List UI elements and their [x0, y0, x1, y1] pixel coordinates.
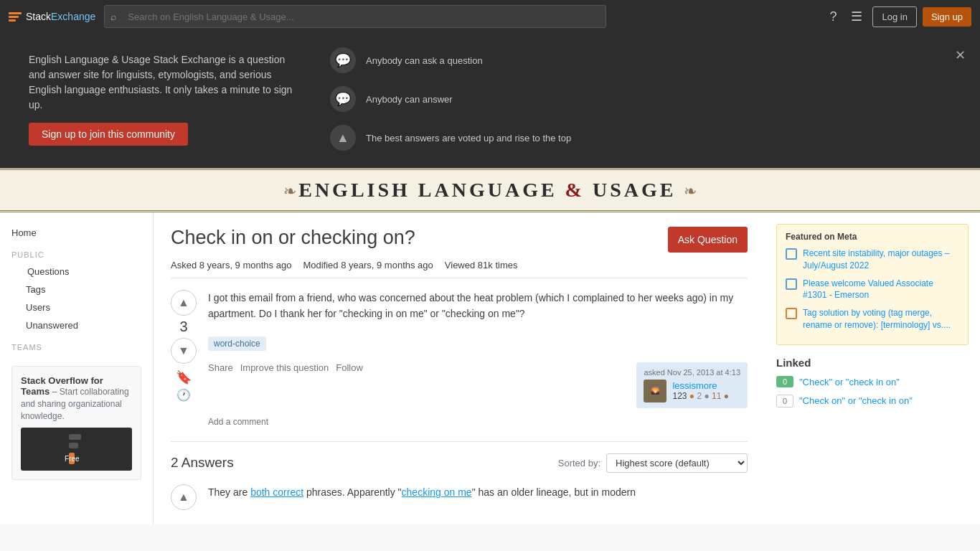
- teams-box-content: Stack Overflow for Teams – Start collabo…: [21, 375, 132, 422]
- linked-score-1: 0: [776, 376, 793, 387]
- left-decorator: ❧: [283, 182, 296, 200]
- banner-features: 💬 Anybody can ask a question 💬 Anybody c…: [330, 47, 571, 151]
- sort-select[interactable]: Highest score (default) Date modified (n…: [606, 453, 748, 473]
- answer-icon: 💬: [330, 86, 356, 112]
- featured-meta-item-3: Tag solution by voting (tag merge, renam…: [786, 307, 959, 331]
- modified-label-text: Modified: [303, 260, 338, 270]
- bookmark-button[interactable]: 🔖: [176, 369, 192, 385]
- linked-score-2: 0: [776, 395, 793, 408]
- modified-label: Modified 8 years, 9 months ago: [303, 260, 433, 270]
- user-card: asked Nov 25, 2013 at 4:13 🌄 lessismore …: [636, 362, 748, 408]
- logo-stack: Stack: [26, 11, 51, 22]
- sidebar-item-home[interactable]: Home: [0, 224, 153, 242]
- meta-icon-3: [786, 308, 797, 319]
- history-button[interactable]: 🕐: [176, 388, 191, 402]
- question-actions: Share Improve this question Follow asked…: [208, 362, 748, 408]
- sidebar: Home PUBLIC Questions Tags Users Unanswe…: [0, 212, 154, 524]
- sidebar-item-users[interactable]: Users: [0, 298, 153, 316]
- banner-feature-1: 💬 Anybody can ask a question: [330, 47, 571, 73]
- feature-3-text: The best answers are voted up and rise t…: [366, 133, 571, 143]
- answer-section: ▲ They are both correct phrases. Apparen…: [171, 484, 748, 510]
- banner-signup-button[interactable]: Sign up to join this community: [29, 123, 188, 146]
- question-content: I got this email from a friend, who was …: [208, 290, 748, 430]
- linked-box: Linked 0 "Check" or "check in on" 0 "Che…: [776, 357, 969, 408]
- signup-banner: English Language & Usage Stack Exchange …: [0, 33, 980, 168]
- featured-meta-link-2[interactable]: Please welcome Valued Associate #1301 - …: [803, 278, 959, 302]
- user-rep: 123: [672, 391, 687, 401]
- right-decorator: ❧: [684, 182, 697, 200]
- answer-content: They are both correct phrases. Apparentl…: [208, 484, 748, 510]
- sort-select-area: Sorted by: Highest score (default) Date …: [558, 453, 748, 473]
- ask-question-icon: 💬: [330, 47, 356, 73]
- follow-link[interactable]: Follow: [336, 362, 363, 373]
- sidebar-section-public: PUBLIC: [0, 242, 153, 262]
- silver-badge-icon: ●: [704, 391, 709, 401]
- question-header: Check in on or checking on? Ask Question: [171, 227, 748, 253]
- ask-question-button[interactable]: Ask Question: [668, 227, 748, 253]
- login-button[interactable]: Log in: [872, 6, 916, 27]
- vote-count: 3: [179, 319, 187, 335]
- linked-item-2: 0 "Check on" or "check in on": [776, 395, 969, 408]
- both-correct-link[interactable]: both correct: [250, 486, 303, 498]
- help-icon[interactable]: ?: [825, 6, 841, 27]
- sidebar-section-teams: TEAMS: [0, 334, 153, 354]
- vote-icon: ▲: [330, 125, 356, 151]
- asked-value: 8 years, 9 months ago: [199, 260, 292, 270]
- sidebar-item-questions[interactable]: Questions: [0, 262, 153, 281]
- answers-count: 2 Answers: [171, 455, 234, 471]
- main-layout: Home PUBLIC Questions Tags Users Unanswe…: [0, 212, 980, 524]
- asked-label: Asked 8 years, 9 months ago: [171, 260, 291, 270]
- upvote-button[interactable]: ▲: [171, 290, 197, 316]
- banner-feature-3: ▲ The best answers are voted up and rise…: [330, 125, 571, 151]
- answer-upvote-button[interactable]: ▲: [171, 484, 197, 510]
- viewed-label: Viewed 81k times: [445, 260, 518, 270]
- inbox-icon[interactable]: ☰: [847, 6, 867, 27]
- signup-button[interactable]: Sign up: [923, 7, 971, 27]
- site-title-part2: USAGE: [593, 179, 676, 201]
- tag-word-choice[interactable]: word-choice: [208, 336, 266, 351]
- checking-on-me-link[interactable]: checking on me: [402, 486, 472, 498]
- question-title: Check in on or checking on?: [171, 227, 415, 249]
- user-info: lessismore 123 ● 2 ● 11 ●: [672, 380, 729, 401]
- share-link[interactable]: Share: [208, 362, 233, 373]
- add-comment-link[interactable]: Add a comment: [208, 414, 748, 430]
- sidebar-item-tags[interactable]: Tags: [0, 281, 153, 298]
- meta-icon-1: [786, 248, 797, 260]
- close-banner-button[interactable]: ✕: [955, 47, 966, 63]
- linked-item-1: 0 "Check" or "check in on": [776, 376, 969, 389]
- viewed-value: 81k times: [478, 260, 518, 270]
- top-nav: StackExchange ⌕ ? ☰ Log in Sign up: [0, 0, 980, 33]
- stack-exchange-icon: [9, 12, 22, 22]
- featured-meta-item-2: Please welcome Valued Associate #1301 - …: [786, 278, 959, 302]
- answer-vote-area: ▲: [171, 484, 208, 510]
- answers-header: 2 Answers Sorted by: Highest score (defa…: [171, 453, 748, 473]
- gold-badge: ●: [689, 391, 694, 401]
- questions-icon: [11, 265, 23, 277]
- downvote-button[interactable]: ▼: [171, 338, 197, 364]
- banner-content: English Language & Usage Stack Exchange …: [29, 52, 301, 146]
- teams-box-image: Free: [21, 428, 132, 471]
- meta-icon-2: [786, 278, 797, 290]
- banner-feature-2: 💬 Anybody can answer: [330, 86, 571, 112]
- user-badges: 123 ● 2 ● 11 ●: [672, 391, 729, 401]
- action-links: Share Improve this question Follow: [208, 362, 363, 373]
- logo-text: StackExchange: [26, 11, 95, 22]
- vote-area: ▲ 3 ▼ 🔖 🕐: [171, 290, 208, 430]
- viewed-label-text: Viewed: [445, 260, 475, 270]
- sidebar-item-unanswered[interactable]: Unanswered: [0, 316, 153, 334]
- asked-label-text: Asked: [171, 260, 197, 270]
- improve-question-link[interactable]: Improve this question: [240, 362, 329, 373]
- silver-badge-count: 2: [697, 391, 702, 401]
- site-title: ENGLISH LANGUAGE & USAGE: [298, 179, 684, 201]
- site-logo[interactable]: StackExchange: [9, 11, 95, 22]
- user-name[interactable]: lessismore: [672, 380, 729, 391]
- linked-link-1[interactable]: "Check" or "check in on": [799, 376, 900, 389]
- user-card-inner: 🌄 lessismore 123 ● 2 ● 11: [644, 380, 740, 402]
- question-body-text: I got this email from a friend, who was …: [208, 290, 748, 322]
- linked-link-2[interactable]: "Check on" or "check in on": [799, 395, 913, 408]
- search-input[interactable]: [104, 5, 606, 28]
- featured-meta-link-3[interactable]: Tag solution by voting (tag merge, renam…: [803, 307, 959, 331]
- content-area: Check in on or checking on? Ask Question…: [154, 212, 765, 524]
- featured-meta-link-1[interactable]: Recent site instability, major outages –…: [803, 248, 959, 272]
- avatar: 🌄: [644, 380, 666, 402]
